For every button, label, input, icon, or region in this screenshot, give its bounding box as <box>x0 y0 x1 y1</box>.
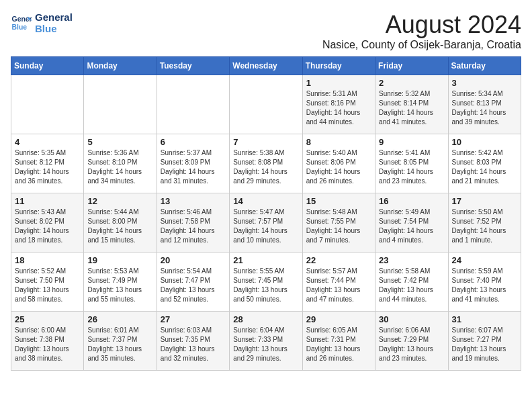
day-info: Sunrise: 6:03 AM Sunset: 7:35 PM Dayligh… <box>161 326 226 363</box>
calendar-cell: 26Sunrise: 6:01 AM Sunset: 7:37 PM Dayli… <box>84 312 157 371</box>
day-info: Sunrise: 5:36 AM Sunset: 8:10 PM Dayligh… <box>87 148 152 186</box>
day-number: 19 <box>87 255 152 265</box>
calendar-cell: 6Sunrise: 5:37 AM Sunset: 8:09 PM Daylig… <box>157 134 229 193</box>
day-number: 28 <box>233 314 298 324</box>
day-info: Sunrise: 6:06 AM Sunset: 7:29 PM Dayligh… <box>379 326 444 363</box>
calendar-cell <box>230 75 302 134</box>
calendar-cell: 11Sunrise: 5:43 AM Sunset: 8:02 PM Dayli… <box>11 193 84 253</box>
calendar-cell: 24Sunrise: 5:59 AM Sunset: 7:40 PM Dayli… <box>448 253 521 312</box>
calendar-cell: 15Sunrise: 5:48 AM Sunset: 7:55 PM Dayli… <box>302 193 375 253</box>
calendar-cell: 28Sunrise: 6:04 AM Sunset: 7:33 PM Dayli… <box>230 312 302 371</box>
day-number: 7 <box>233 137 298 147</box>
calendar-cell: 3Sunrise: 5:34 AM Sunset: 8:13 PM Daylig… <box>448 75 521 134</box>
calendar-cell: 13Sunrise: 5:46 AM Sunset: 7:58 PM Dayli… <box>157 193 229 253</box>
day-number: 10 <box>452 137 517 147</box>
calendar-cell: 5Sunrise: 5:36 AM Sunset: 8:10 PM Daylig… <box>84 134 157 193</box>
location: Nasice, County of Osijek-Baranja, Croati… <box>322 39 521 51</box>
weekday-header-monday: Monday <box>84 57 157 75</box>
calendar-cell: 20Sunrise: 5:54 AM Sunset: 7:47 PM Dayli… <box>157 253 229 312</box>
day-info: Sunrise: 6:07 AM Sunset: 7:27 PM Dayligh… <box>452 326 517 363</box>
day-info: Sunrise: 5:38 AM Sunset: 8:08 PM Dayligh… <box>233 148 298 186</box>
logo-icon: General Blue <box>11 12 32 34</box>
day-number: 9 <box>379 137 444 147</box>
day-number: 26 <box>87 314 152 324</box>
calendar-cell: 2Sunrise: 5:32 AM Sunset: 8:14 PM Daylig… <box>375 75 448 134</box>
day-info: Sunrise: 5:50 AM Sunset: 7:52 PM Dayligh… <box>452 208 517 245</box>
calendar-cell: 8Sunrise: 5:40 AM Sunset: 8:06 PM Daylig… <box>302 134 375 193</box>
calendar-table: SundayMondayTuesdayWednesdayThursdayFrid… <box>11 56 521 371</box>
day-info: Sunrise: 5:32 AM Sunset: 8:14 PM Dayligh… <box>379 89 444 127</box>
day-number: 5 <box>87 137 152 147</box>
calendar-cell: 30Sunrise: 6:06 AM Sunset: 7:29 PM Dayli… <box>375 312 448 371</box>
month-year: August 2024 <box>322 11 521 39</box>
title-block: August 2024 Nasice, County of Osijek-Bar… <box>322 11 521 51</box>
calendar-cell: 12Sunrise: 5:44 AM Sunset: 8:00 PM Dayli… <box>84 193 157 253</box>
calendar-cell: 1Sunrise: 5:31 AM Sunset: 8:16 PM Daylig… <box>302 75 375 134</box>
weekday-header-sunday: Sunday <box>11 57 84 75</box>
day-info: Sunrise: 5:40 AM Sunset: 8:06 PM Dayligh… <box>306 148 371 186</box>
day-info: Sunrise: 5:52 AM Sunset: 7:50 PM Dayligh… <box>15 267 80 304</box>
day-info: Sunrise: 5:55 AM Sunset: 7:45 PM Dayligh… <box>233 267 298 304</box>
calendar-cell <box>11 75 84 134</box>
day-number: 13 <box>161 196 226 206</box>
day-info: Sunrise: 5:59 AM Sunset: 7:40 PM Dayligh… <box>452 267 517 304</box>
calendar-cell: 7Sunrise: 5:38 AM Sunset: 8:08 PM Daylig… <box>230 134 302 193</box>
calendar-cell: 22Sunrise: 5:57 AM Sunset: 7:44 PM Dayli… <box>302 253 375 312</box>
day-number: 27 <box>161 314 226 324</box>
calendar-cell: 4Sunrise: 5:35 AM Sunset: 8:12 PM Daylig… <box>11 134 84 193</box>
day-info: Sunrise: 6:00 AM Sunset: 7:38 PM Dayligh… <box>15 326 80 363</box>
calendar-cell: 14Sunrise: 5:47 AM Sunset: 7:57 PM Dayli… <box>230 193 302 253</box>
day-info: Sunrise: 5:57 AM Sunset: 7:44 PM Dayligh… <box>306 267 371 304</box>
calendar-cell <box>84 75 157 134</box>
calendar-cell <box>157 75 229 134</box>
day-info: Sunrise: 6:05 AM Sunset: 7:31 PM Dayligh… <box>306 326 371 363</box>
day-number: 16 <box>379 196 444 206</box>
day-info: Sunrise: 5:37 AM Sunset: 8:09 PM Dayligh… <box>161 148 226 186</box>
day-number: 21 <box>233 255 298 265</box>
weekday-header-friday: Friday <box>375 57 448 75</box>
weekday-header-thursday: Thursday <box>302 57 375 75</box>
day-info: Sunrise: 5:48 AM Sunset: 7:55 PM Dayligh… <box>306 208 371 245</box>
day-info: Sunrise: 5:53 AM Sunset: 7:49 PM Dayligh… <box>87 267 152 304</box>
day-info: Sunrise: 5:49 AM Sunset: 7:54 PM Dayligh… <box>379 208 444 245</box>
day-number: 18 <box>15 255 80 265</box>
day-number: 2 <box>379 78 444 88</box>
calendar-cell: 18Sunrise: 5:52 AM Sunset: 7:50 PM Dayli… <box>11 253 84 312</box>
day-info: Sunrise: 5:43 AM Sunset: 8:02 PM Dayligh… <box>15 208 80 245</box>
day-number: 17 <box>452 196 517 206</box>
calendar-cell: 27Sunrise: 6:03 AM Sunset: 7:35 PM Dayli… <box>157 312 229 371</box>
weekday-header-saturday: Saturday <box>448 57 521 75</box>
day-number: 23 <box>379 255 444 265</box>
day-info: Sunrise: 5:46 AM Sunset: 7:58 PM Dayligh… <box>161 208 226 245</box>
day-info: Sunrise: 5:42 AM Sunset: 8:03 PM Dayligh… <box>452 148 517 186</box>
calendar-cell: 19Sunrise: 5:53 AM Sunset: 7:49 PM Dayli… <box>84 253 157 312</box>
page-header: General Blue General Blue August 2024 Na… <box>11 11 521 51</box>
day-info: Sunrise: 5:31 AM Sunset: 8:16 PM Dayligh… <box>306 89 371 127</box>
day-number: 14 <box>233 196 298 206</box>
day-number: 24 <box>452 255 517 265</box>
day-number: 29 <box>306 314 371 324</box>
day-info: Sunrise: 5:47 AM Sunset: 7:57 PM Dayligh… <box>233 208 298 245</box>
weekday-header-tuesday: Tuesday <box>157 57 229 75</box>
svg-text:Blue: Blue <box>12 23 28 30</box>
calendar-cell: 31Sunrise: 6:07 AM Sunset: 7:27 PM Dayli… <box>448 312 521 371</box>
calendar-cell: 29Sunrise: 6:05 AM Sunset: 7:31 PM Dayli… <box>302 312 375 371</box>
day-number: 30 <box>379 314 444 324</box>
day-info: Sunrise: 6:04 AM Sunset: 7:33 PM Dayligh… <box>233 326 298 363</box>
day-info: Sunrise: 5:34 AM Sunset: 8:13 PM Dayligh… <box>452 89 517 127</box>
day-number: 4 <box>15 137 80 147</box>
day-number: 15 <box>306 196 371 206</box>
day-number: 20 <box>161 255 226 265</box>
logo: General Blue General Blue <box>11 11 73 34</box>
calendar-cell: 9Sunrise: 5:41 AM Sunset: 8:05 PM Daylig… <box>375 134 448 193</box>
day-number: 11 <box>15 196 80 206</box>
calendar-cell: 25Sunrise: 6:00 AM Sunset: 7:38 PM Dayli… <box>11 312 84 371</box>
calendar-cell: 23Sunrise: 5:58 AM Sunset: 7:42 PM Dayli… <box>375 253 448 312</box>
logo-line2: Blue <box>35 24 57 35</box>
calendar-cell: 17Sunrise: 5:50 AM Sunset: 7:52 PM Dayli… <box>448 193 521 253</box>
day-number: 3 <box>452 78 517 88</box>
day-info: Sunrise: 5:54 AM Sunset: 7:47 PM Dayligh… <box>161 267 226 304</box>
day-info: Sunrise: 5:58 AM Sunset: 7:42 PM Dayligh… <box>379 267 444 304</box>
calendar-cell: 21Sunrise: 5:55 AM Sunset: 7:45 PM Dayli… <box>230 253 302 312</box>
day-info: Sunrise: 5:41 AM Sunset: 8:05 PM Dayligh… <box>379 148 444 186</box>
